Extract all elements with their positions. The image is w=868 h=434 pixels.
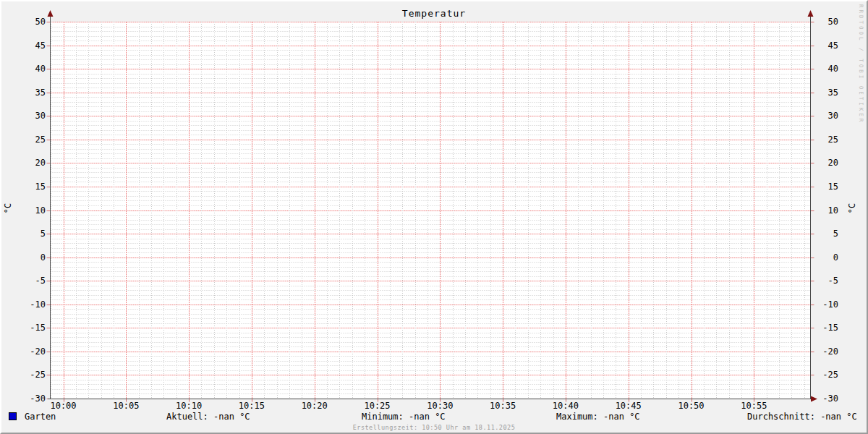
y-tick-label-left: -5 [17, 276, 46, 286]
y-axis-label-right: °C [847, 198, 857, 218]
y-tick-label-right: -20 [809, 347, 838, 357]
x-tick-label: 10:55 [732, 401, 775, 411]
y-axis-arrow-left [48, 10, 54, 17]
y-tick-label-left: 5 [17, 229, 46, 239]
rrdtool-graph: Temperatur 50454035302520151050-5-10-15-… [0, 0, 868, 434]
y-tick-label-left: -10 [17, 300, 46, 310]
y-tick-label-right: -10 [809, 300, 838, 310]
legend: Garten Aktuell: -nan °C Minimum: -nan °C… [1, 412, 867, 422]
y-tick-label-left: 0 [17, 253, 46, 263]
y-tick-label-left: -15 [17, 323, 46, 333]
y-tick-label-right: 0 [809, 253, 838, 263]
y-tick-label-right: -15 [809, 323, 838, 333]
creation-timestamp: Erstellungszeit: 10:50 Uhr am 18.11.2025 [1, 424, 867, 431]
y-tick-label-right: 20 [809, 158, 838, 168]
y-tick-label-left: -20 [17, 347, 46, 357]
series-label: Garten [25, 412, 56, 422]
y-tick-label-left: 30 [17, 111, 46, 121]
x-tick-label: 10:30 [418, 401, 461, 411]
stat-durchschnitt: Durchschnitt: -nan °C [747, 412, 857, 422]
y-tick-label-left: 10 [17, 206, 46, 216]
y-tick-label-right: -30 [809, 394, 838, 404]
y-tick-label-left: 35 [17, 88, 46, 98]
y-tick-label-right: -5 [809, 276, 838, 286]
y-tick-label-right: 30 [809, 111, 838, 121]
x-tick-label: 10:10 [167, 401, 210, 411]
series-color-swatch [9, 412, 17, 420]
stat-aktuell: Aktuell: -nan °C [166, 412, 250, 422]
x-tick-label: 10:15 [230, 401, 273, 411]
y-tick-label-left: 20 [17, 158, 46, 168]
x-tick-label: 10:35 [481, 401, 524, 411]
y-tick-label-right: 5 [809, 229, 838, 239]
y-tick-label-left: 25 [17, 135, 46, 145]
x-tick-label: 10:25 [356, 401, 399, 411]
stat-maximum: Maximum: -nan °C [556, 412, 640, 422]
plot-area [1, 1, 867, 433]
x-tick-label: 10:05 [104, 401, 148, 411]
y-tick-label-left: 45 [17, 41, 46, 51]
x-tick-label: 10:20 [293, 401, 336, 411]
y-tick-label-right: 50 [809, 17, 838, 27]
y-tick-label-left: 15 [17, 182, 46, 192]
stat-minimum: Minimum: -nan °C [362, 412, 446, 422]
y-tick-label-right: 15 [809, 182, 838, 192]
y-axis-arrow-right [808, 10, 814, 17]
y-tick-label-right: -25 [809, 370, 838, 380]
x-tick-label: 10:40 [544, 401, 587, 411]
y-tick-label-left: 40 [17, 64, 46, 74]
y-tick-label-right: 40 [809, 64, 838, 74]
x-tick-label: 10:45 [607, 401, 650, 411]
y-axis-label-left: °C [3, 198, 13, 218]
y-tick-label-right: 10 [809, 206, 838, 216]
y-tick-label-right: 45 [809, 41, 838, 51]
y-tick-label-left: -25 [17, 370, 46, 380]
x-tick-label: 10:50 [670, 401, 713, 411]
y-tick-label-right: 25 [809, 135, 838, 145]
rrdtool-watermark: RRDTOOL / TOBI OETIKER [858, 4, 864, 124]
y-tick-label-right: 35 [809, 88, 838, 98]
x-tick-label: 10:00 [42, 401, 85, 411]
y-tick-label-left: 50 [17, 17, 46, 27]
